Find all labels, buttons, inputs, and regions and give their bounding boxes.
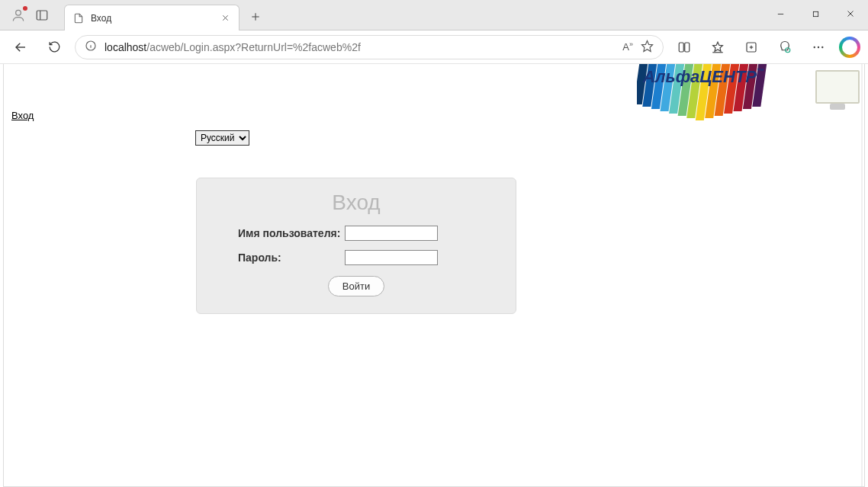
password-input[interactable] <box>345 250 438 265</box>
browser-toolbar: localhost/acweb/Login.aspx?ReturnUrl=%2f… <box>0 30 868 64</box>
login-title: Вход <box>215 191 497 215</box>
address-bar[interactable]: localhost/acweb/Login.aspx?ReturnUrl=%2f… <box>75 35 664 59</box>
copilot-icon[interactable] <box>839 37 860 58</box>
svg-rect-17 <box>685 43 690 52</box>
collections-icon[interactable] <box>738 34 764 60</box>
minimize-button[interactable] <box>763 0 798 27</box>
site-info-icon[interactable] <box>85 40 97 54</box>
new-tab-button[interactable] <box>244 5 267 28</box>
svg-marker-18 <box>713 42 723 51</box>
breadcrumb-login-link[interactable]: Вход <box>11 110 34 121</box>
username-input[interactable] <box>345 226 438 241</box>
browser-titlebar: Вход <box>0 0 868 30</box>
svg-point-25 <box>818 46 819 47</box>
brand-name: АльфаЦЕНТР™ <box>643 67 764 87</box>
back-button[interactable] <box>8 34 34 60</box>
read-aloud-icon[interactable]: A» <box>622 40 633 53</box>
page-content: АльфаЦЕНТР™ Вход Русский Вход Имя пользо… <box>3 64 865 487</box>
performance-icon[interactable] <box>772 34 798 60</box>
favorites-icon[interactable] <box>705 34 731 60</box>
language-select-wrapper: Русский <box>195 130 249 146</box>
login-button[interactable]: Войти <box>328 276 384 296</box>
svg-rect-16 <box>679 43 683 52</box>
scrollbar[interactable] <box>861 64 863 486</box>
profile-icon[interactable] <box>11 8 26 23</box>
url-text: localhost/acweb/Login.aspx?ReturnUrl=%2f… <box>104 41 615 53</box>
brand-banner: АльфаЦЕНТР™ <box>637 64 864 120</box>
close-tab-icon[interactable] <box>219 12 231 24</box>
svg-marker-15 <box>641 40 652 51</box>
tab-actions-icon[interactable] <box>34 7 50 24</box>
favorite-icon[interactable] <box>641 40 654 55</box>
svg-point-0 <box>16 10 21 15</box>
language-select[interactable]: Русский <box>195 130 249 146</box>
username-label: Имя пользователя: <box>215 227 345 239</box>
refresh-button[interactable] <box>41 34 67 60</box>
tab-title: Вход <box>91 13 213 24</box>
login-panel: Вход Имя пользователя: Пароль: Войти <box>196 178 516 314</box>
svg-point-24 <box>814 46 815 47</box>
svg-point-26 <box>821 46 823 47</box>
password-label: Пароль: <box>215 252 345 264</box>
monitor-graphic <box>815 70 860 104</box>
maximize-button[interactable] <box>798 0 833 27</box>
browser-tab[interactable]: Вход <box>64 5 240 30</box>
close-window-button[interactable] <box>833 0 868 27</box>
notification-dot <box>23 6 27 11</box>
page-icon <box>72 12 85 24</box>
svg-rect-8 <box>813 11 818 16</box>
svg-rect-1 <box>37 11 47 20</box>
split-screen-icon[interactable] <box>671 34 697 60</box>
more-icon[interactable] <box>805 34 831 60</box>
